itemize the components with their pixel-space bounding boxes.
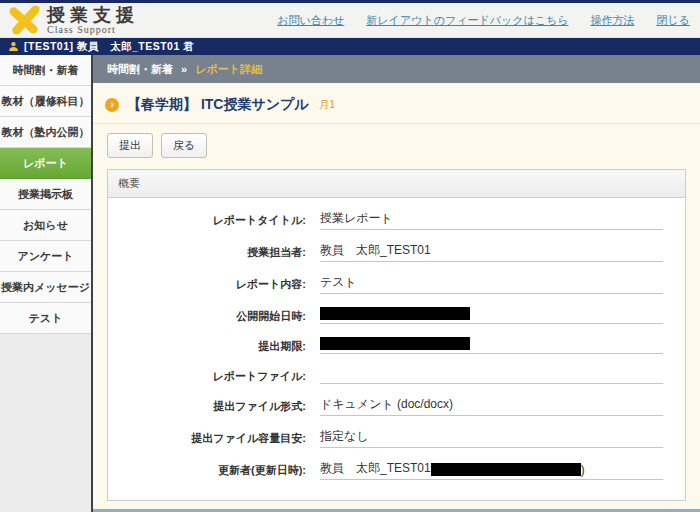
top-action-buttons: 提出戻る xyxy=(107,133,686,158)
field-value xyxy=(320,366,663,384)
field-label: 更新者(更新日時): xyxy=(108,460,320,480)
field-value: 教員 太郎_TEST01 xyxy=(320,242,663,262)
sidebar-item-report[interactable]: レポート xyxy=(0,148,91,179)
logo-subtitle: Class Support xyxy=(47,25,139,35)
field-label: 提出ファイル容量目安: xyxy=(108,428,320,448)
field-value-text: 指定なし xyxy=(320,428,369,445)
field-label: 提出期限: xyxy=(108,336,320,354)
field-value xyxy=(320,336,663,354)
sidebar-item-test[interactable]: テスト xyxy=(0,303,91,334)
header-link-help[interactable]: 操作方法 xyxy=(590,13,634,28)
logo-text: 授業支援 Class Support xyxy=(47,6,139,35)
header-link-contact[interactable]: お問い合わせ xyxy=(277,13,344,28)
field-value-suffix: ) xyxy=(581,463,585,477)
app-header: 授業支援 Class Support お問い合わせ新レイアウトのフィードバックは… xyxy=(0,3,700,38)
header-link-feedback[interactable]: 新レイアウトのフィードバックはこちら xyxy=(366,13,568,28)
form-row: 授業担当者: 教員 太郎_TEST01 xyxy=(108,242,663,262)
form-row: 更新者(更新日時): 教員 太郎_TEST01) xyxy=(108,460,663,480)
user-icon xyxy=(8,41,19,52)
main-layout: 時間割・新着教材（履修科目）教材（塾内公開）レポート授業掲示板お知らせアンケート… xyxy=(0,55,700,512)
redacted-value xyxy=(320,337,470,350)
breadcrumb-item-timetable[interactable]: 時間割・新着 xyxy=(107,62,173,77)
content-column: 時間割・新着 » レポート詳細 › 【春学期】 ITC授業サンプル 月1 提出戻… xyxy=(93,55,700,512)
logo-x-icon xyxy=(8,5,42,35)
form-row: 提出期限: xyxy=(108,336,663,354)
user-bar: [TEST01] 教員 太郎_TEST01 君 xyxy=(0,38,700,55)
form-row: レポートタイトル: 授業レポート xyxy=(108,210,663,230)
field-value: 授業レポート xyxy=(320,210,663,230)
field-label: レポートファイル: xyxy=(108,366,320,384)
panel-header: 概要 xyxy=(108,170,685,198)
sidebar-item-class-message[interactable]: 授業内メッセージ xyxy=(0,272,91,303)
breadcrumb: 時間割・新着 » レポート詳細 xyxy=(93,55,700,83)
field-label: レポート内容: xyxy=(108,274,320,294)
summary-panel: 概要 レポートタイトル: 授業レポート 授業担当者: 教員 太郎_TEST01 … xyxy=(107,169,686,501)
chevron-right-icon: › xyxy=(105,98,119,112)
class-support-app: 授業支援 Class Support お問い合わせ新レイアウトのフィードバックは… xyxy=(0,0,700,512)
redacted-value xyxy=(431,463,581,476)
period-badge: 月1 xyxy=(319,98,335,112)
field-value-text: ドキュメント (doc/docx) xyxy=(320,396,453,413)
page-title-strip: › 【春学期】 ITC授業サンプル 月1 xyxy=(93,83,700,124)
field-value-text: 教員 太郎_TEST01 xyxy=(320,242,431,259)
field-label: 授業担当者: xyxy=(108,242,320,262)
field-label: 公開開始日時: xyxy=(108,306,320,324)
field-value: 指定なし xyxy=(320,428,663,448)
back-button[interactable]: 戻る xyxy=(161,133,207,158)
sidebar-item-survey[interactable]: アンケート xyxy=(0,241,91,272)
submit-button[interactable]: 提出 xyxy=(107,133,153,158)
header-links: お問い合わせ新レイアウトのフィードバックはこちら操作方法閉じる xyxy=(277,13,690,28)
field-value xyxy=(320,306,663,324)
form-row: レポート内容: テスト xyxy=(108,274,663,294)
header-link-close[interactable]: 閉じる xyxy=(656,13,690,28)
form-row: レポートファイル: xyxy=(108,366,663,384)
breadcrumb-separator: » xyxy=(181,63,187,75)
sidebar-item-class-board[interactable]: 授業掲示板 xyxy=(0,179,91,210)
field-value: 教員 太郎_TEST01) xyxy=(320,460,663,480)
field-label: 提出ファイル形式: xyxy=(108,396,320,416)
sidebar-item-news[interactable]: お知らせ xyxy=(0,210,91,241)
redacted-value xyxy=(320,307,470,320)
form-row: 公開開始日時: xyxy=(108,306,663,324)
field-value-text: テスト xyxy=(320,274,357,291)
user-name: [TEST01] 教員 太郎_TEST01 君 xyxy=(24,40,194,54)
form-row: 提出ファイル形式: ドキュメント (doc/docx) xyxy=(108,396,663,416)
field-value: テスト xyxy=(320,274,663,294)
field-value: ドキュメント (doc/docx) xyxy=(320,396,663,416)
breadcrumb-item-current: レポート詳細 xyxy=(195,62,262,77)
logo-title: 授業支援 xyxy=(47,6,139,24)
field-label: レポートタイトル: xyxy=(108,210,320,230)
fields: レポートタイトル: 授業レポート 授業担当者: 教員 太郎_TEST01 レポー… xyxy=(108,198,685,500)
sidebar-nav: 時間割・新着教材（履修科目）教材（塾内公開）レポート授業掲示板お知らせアンケート… xyxy=(0,55,93,512)
field-value-text: 教員 太郎_TEST01 xyxy=(320,460,431,477)
sidebar-item-materials-enrolled[interactable]: 教材（履修科目） xyxy=(0,86,91,117)
app-logo: 授業支援 Class Support xyxy=(8,5,139,35)
page-title: 【春学期】 ITC授業サンプル xyxy=(127,96,309,114)
field-value-text: 授業レポート xyxy=(320,210,393,227)
form-row: 提出ファイル容量目安: 指定なし xyxy=(108,428,663,448)
sidebar-item-materials-campus[interactable]: 教材（塾内公開） xyxy=(0,117,91,148)
sidebar-item-timetable[interactable]: 時間割・新着 xyxy=(0,55,91,86)
